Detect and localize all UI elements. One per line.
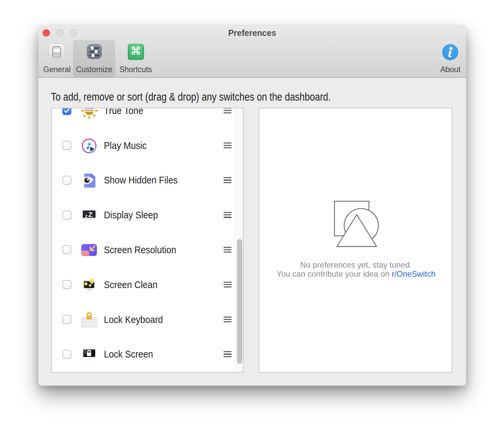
svg-text:Z: Z <box>88 211 92 218</box>
svg-text:z: z <box>85 213 87 219</box>
